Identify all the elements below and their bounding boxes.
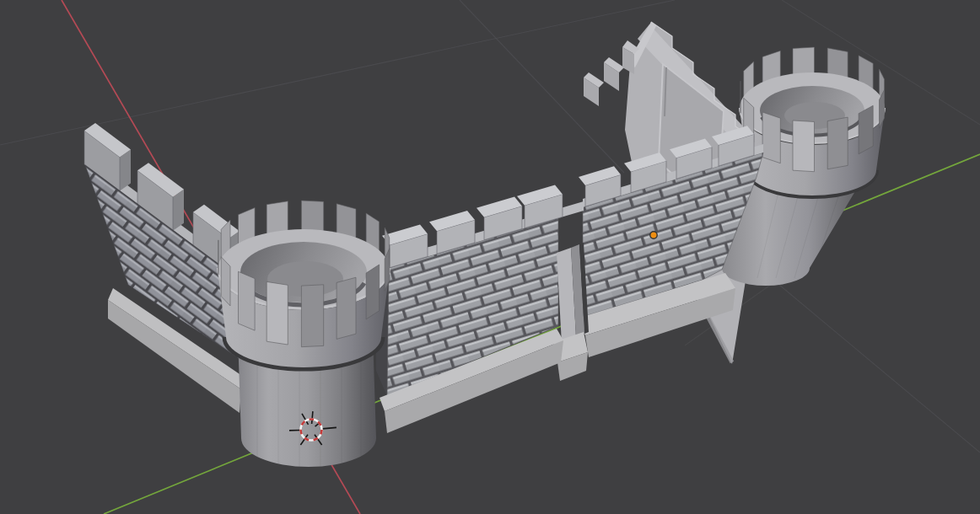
crown-tooth — [267, 281, 288, 345]
crown-tooth — [366, 265, 380, 319]
crown-tooth — [827, 117, 848, 169]
object-origin-dot[interactable] — [650, 232, 657, 238]
viewport-canvas[interactable] — [0, 0, 980, 514]
crown-tooth — [859, 105, 873, 154]
blender-3d-viewport[interactable] — [0, 0, 980, 514]
crown-tooth — [239, 271, 256, 330]
crown-tooth — [762, 112, 780, 163]
crown-tooth — [301, 201, 323, 233]
tower-left-object[interactable] — [218, 201, 390, 472]
crown-tooth — [301, 285, 323, 347]
crown-tooth — [337, 277, 356, 339]
crown-tooth — [793, 120, 815, 172]
